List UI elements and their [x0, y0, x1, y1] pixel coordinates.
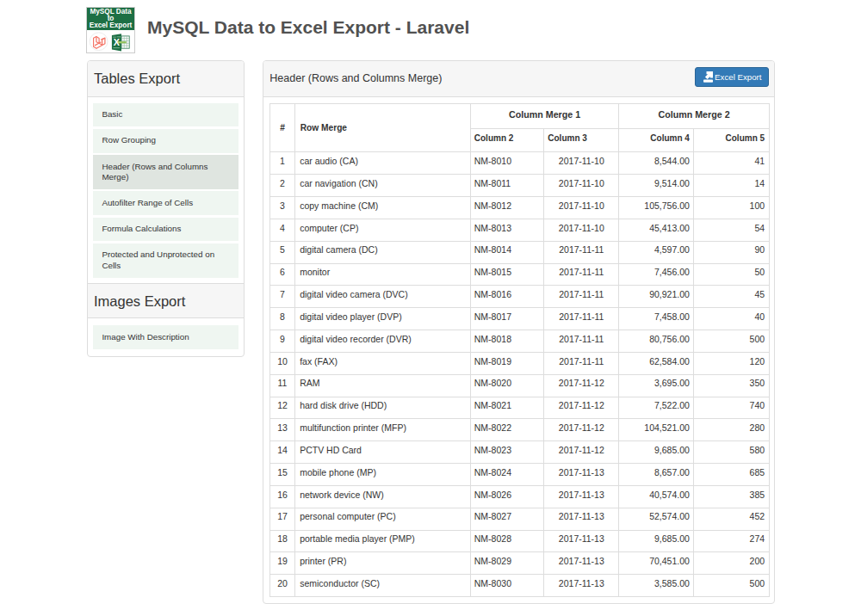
svg-text:X: X [114, 37, 121, 47]
